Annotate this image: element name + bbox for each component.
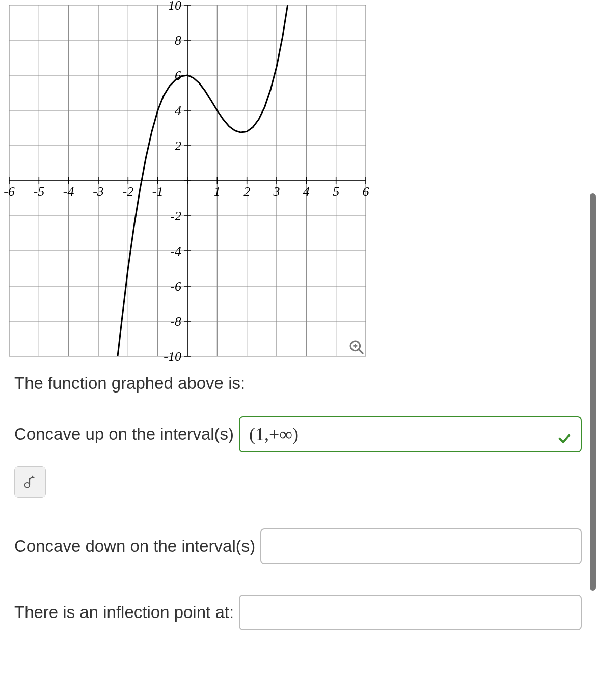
svg-text:-6: -6 bbox=[4, 184, 15, 199]
svg-text:-8: -8 bbox=[170, 314, 181, 329]
svg-text:4: 4 bbox=[303, 184, 310, 199]
svg-text:-10: -10 bbox=[164, 349, 181, 361]
svg-text:-2: -2 bbox=[122, 184, 133, 199]
chart-container: -6-5-4-3-2-1123456108642-2-4-6-8-10 bbox=[4, 0, 371, 361]
scrollbar-thumb[interactable] bbox=[590, 193, 596, 591]
svg-line-74 bbox=[359, 349, 363, 353]
q3-answer-box[interactable] bbox=[239, 595, 582, 630]
question-1-row: Concave up on the interval(s) (1,+∞) bbox=[14, 416, 582, 452]
prompt-intro: The function graphed above is: bbox=[14, 372, 582, 395]
question-content: The function graphed above is: Concave u… bbox=[0, 361, 596, 630]
check-icon bbox=[557, 427, 572, 441]
svg-text:6: 6 bbox=[175, 68, 181, 83]
svg-text:10: 10 bbox=[168, 0, 181, 13]
svg-point-77 bbox=[25, 483, 30, 487]
svg-text:-1: -1 bbox=[152, 184, 164, 199]
svg-text:-4: -4 bbox=[170, 244, 181, 259]
svg-text:-5: -5 bbox=[33, 184, 44, 199]
question-3-row: There is an inflection point at: bbox=[14, 595, 582, 630]
scrollbar-track[interactable] bbox=[589, 0, 596, 700]
svg-text:8: 8 bbox=[175, 33, 181, 48]
svg-text:6: 6 bbox=[363, 184, 369, 199]
q1-answer-box[interactable]: (1,+∞) bbox=[239, 416, 582, 452]
chart-svg: -6-5-4-3-2-1123456108642-2-4-6-8-10 bbox=[4, 0, 371, 361]
svg-point-79 bbox=[32, 476, 34, 478]
question-2-row: Concave down on the interval(s) bbox=[14, 528, 582, 564]
svg-text:2: 2 bbox=[175, 138, 181, 153]
svg-text:-6: -6 bbox=[170, 279, 181, 294]
svg-text:2: 2 bbox=[243, 184, 250, 199]
sigma-icon bbox=[22, 474, 38, 490]
format-tool-button[interactable] bbox=[14, 466, 46, 498]
svg-text:-2: -2 bbox=[170, 209, 181, 223]
q2-label: Concave down on the interval(s) bbox=[14, 535, 255, 558]
zoom-icon[interactable] bbox=[348, 339, 365, 355]
svg-text:1: 1 bbox=[214, 184, 221, 199]
q1-answer-text: (1,+∞) bbox=[249, 422, 299, 447]
svg-text:-3: -3 bbox=[93, 184, 104, 199]
q1-label: Concave up on the interval(s) bbox=[14, 423, 234, 446]
svg-text:-4: -4 bbox=[63, 184, 74, 199]
q3-label: There is an inflection point at: bbox=[14, 601, 234, 624]
svg-text:4: 4 bbox=[175, 103, 181, 118]
q2-answer-box[interactable] bbox=[260, 528, 582, 564]
svg-text:3: 3 bbox=[273, 184, 280, 199]
svg-text:5: 5 bbox=[333, 184, 339, 199]
